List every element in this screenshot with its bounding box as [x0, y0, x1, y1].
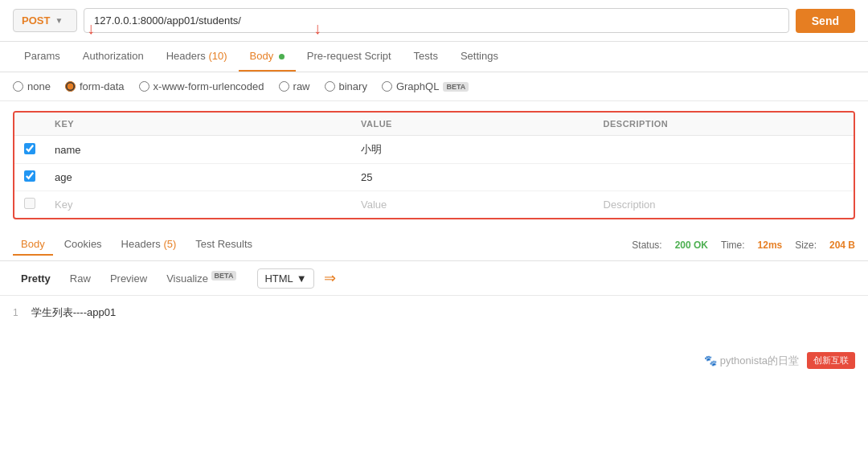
- resp-tab-body[interactable]: Body: [13, 234, 53, 256]
- line-number-1: 1: [13, 307, 18, 318]
- tab-params[interactable]: Params: [13, 42, 72, 72]
- col-description: DESCRIPTION: [594, 113, 854, 136]
- fmt-btn-pretty[interactable]: Pretty: [13, 268, 59, 289]
- radio-binary[interactable]: binary: [325, 80, 367, 92]
- form-table: KEY VALUE DESCRIPTION name 小明 age 25: [14, 113, 854, 218]
- row2-key[interactable]: age: [45, 164, 351, 191]
- wrap-icon[interactable]: ⇒: [324, 269, 336, 287]
- watermark-area: 🐾 pythonista的日堂 创新互联: [0, 344, 868, 377]
- send-button[interactable]: Send: [796, 9, 855, 33]
- status-label: Status:: [632, 240, 661, 251]
- empty-description[interactable]: Description: [594, 191, 854, 219]
- resp-tab-testresults[interactable]: Test Results: [187, 234, 260, 256]
- visualize-beta-badge: BETA: [211, 271, 237, 281]
- graphql-beta-badge: BETA: [443, 82, 469, 92]
- body-type-row: none form-data x-www-form-urlencoded raw…: [0, 72, 868, 101]
- row1-value[interactable]: 小明: [351, 136, 594, 164]
- method-label: POST: [22, 14, 50, 27]
- tab-settings[interactable]: Settings: [449, 42, 510, 72]
- col-key: KEY: [45, 113, 351, 136]
- watermark-badge: 创新互联: [807, 352, 855, 369]
- time-label: Time:: [721, 240, 745, 251]
- radio-graphql[interactable]: GraphQL BETA: [382, 80, 469, 92]
- col-checkbox: [14, 113, 45, 136]
- size-label: Size:: [795, 240, 817, 251]
- col-value: VALUE: [351, 113, 594, 136]
- form-table-container: KEY VALUE DESCRIPTION name 小明 age 25: [13, 111, 855, 219]
- url-input[interactable]: [84, 8, 789, 33]
- response-status: Status: 200 OK Time: 12ms Size: 204 B: [632, 240, 855, 251]
- empty-key[interactable]: Key: [45, 191, 351, 219]
- body-dot: [279, 54, 285, 59]
- empty-checkbox[interactable]: [24, 198, 35, 209]
- time-value: 12ms: [758, 240, 783, 251]
- size-value: 204 B: [829, 240, 855, 251]
- request-tabs: ↓ ↓ Params Authorization Headers (10) Bo…: [0, 42, 868, 72]
- radio-urlencoded[interactable]: x-www-form-urlencoded: [139, 80, 264, 92]
- table-row-empty: Key Value Description: [14, 191, 854, 219]
- radio-none[interactable]: none: [13, 80, 51, 92]
- tab-prerequest[interactable]: Pre-request Script: [296, 42, 403, 72]
- response-tabs-row: Body Cookies Headers (5) Test Results St…: [0, 229, 868, 261]
- response-content-1: 学生列表----app01: [31, 305, 116, 320]
- response-format-row: Pretty Raw Preview Visualize BETA HTML ▼…: [0, 261, 868, 296]
- response-tabs: Body Cookies Headers (5) Test Results: [13, 234, 260, 256]
- method-chevron-icon: ▼: [55, 16, 63, 25]
- row2-checkbox-cell: [14, 164, 45, 191]
- watermark-text: 🐾 pythonista的日堂: [704, 354, 799, 368]
- row1-checkbox-cell: [14, 136, 45, 164]
- row1-checkbox[interactable]: [24, 143, 35, 154]
- empty-checkbox-cell: [14, 191, 45, 219]
- row2-value[interactable]: 25: [351, 164, 594, 191]
- tab-tests[interactable]: Tests: [403, 42, 449, 72]
- fmt-btn-raw[interactable]: Raw: [62, 268, 99, 289]
- radio-raw[interactable]: raw: [279, 80, 310, 92]
- row1-key[interactable]: name: [45, 136, 351, 164]
- table-row: name 小明: [14, 136, 854, 164]
- fmt-type-select[interactable]: HTML ▼: [257, 268, 313, 289]
- table-row: age 25: [14, 164, 854, 191]
- row2-description[interactable]: [594, 164, 854, 191]
- fmt-select-chevron-icon: ▼: [297, 272, 307, 285]
- fmt-btn-visualize[interactable]: Visualize BETA: [158, 268, 244, 289]
- tab-headers[interactable]: Headers (10): [155, 42, 239, 72]
- headers-badge: (10): [208, 50, 227, 62]
- fmt-btn-preview[interactable]: Preview: [102, 268, 155, 289]
- tab-body[interactable]: Body: [239, 42, 296, 72]
- status-value: 200 OK: [675, 240, 708, 251]
- empty-value[interactable]: Value: [351, 191, 594, 219]
- response-line: 1 学生列表----app01: [13, 305, 855, 320]
- row2-checkbox[interactable]: [24, 170, 35, 182]
- method-select[interactable]: POST ▼: [13, 9, 77, 32]
- row1-description[interactable]: [594, 136, 854, 164]
- radio-formdata[interactable]: form-data: [65, 80, 125, 92]
- response-body: 1 学生列表----app01: [0, 296, 868, 344]
- tab-authorization[interactable]: Authorization: [72, 42, 155, 72]
- resp-tab-cookies[interactable]: Cookies: [56, 234, 110, 256]
- url-bar: POST ▼ Send: [0, 0, 868, 42]
- resp-headers-badge: (5): [163, 238, 176, 250]
- resp-tab-headers[interactable]: Headers (5): [113, 234, 185, 256]
